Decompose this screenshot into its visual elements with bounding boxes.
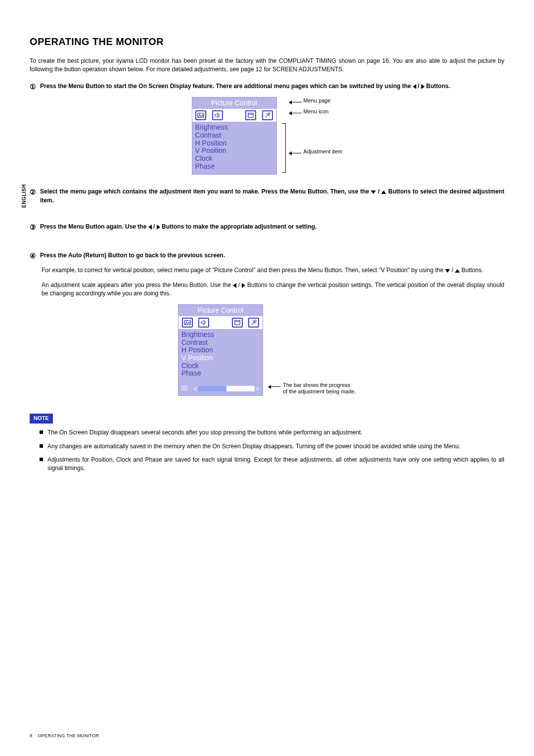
- osd-panel: Picture Control Brightness Contrast H Po…: [178, 304, 263, 396]
- osd-item: Clock: [195, 155, 273, 163]
- step-3-number: ③: [30, 223, 36, 232]
- audio-icon: [198, 318, 209, 328]
- osd-figure-2: Picture Control Brightness Contrast H Po…: [30, 304, 504, 396]
- example-p1-mid: /: [450, 267, 455, 274]
- example-p1-post: Buttons.: [460, 267, 483, 274]
- osd-item: Contrast: [181, 339, 260, 347]
- window-icon: [232, 318, 243, 328]
- down-chevron-icon: [371, 190, 376, 194]
- osd-item: Contrast: [195, 132, 273, 140]
- example-p2: An adjustment scale appears after you pr…: [42, 281, 504, 298]
- anno-bar-line1: The bar shows the progress: [283, 382, 350, 388]
- step-2-mid: /: [376, 188, 381, 195]
- osd-item: Phase: [195, 163, 273, 171]
- osd-item: Clock: [181, 362, 260, 370]
- anno-menu-icon: Menu icon: [304, 108, 329, 115]
- svg-rect-7: [234, 321, 240, 325]
- osd-item: H Position: [181, 346, 260, 354]
- notes-list: The On Screen Display disappears several…: [40, 428, 504, 473]
- note-item: The On Screen Display disappears several…: [40, 428, 504, 437]
- osd-item: V Position: [195, 147, 273, 155]
- step-2-text: Select the menu page which contains the …: [40, 188, 504, 205]
- osd-items: Brightness Contrast H Position V Positio…: [192, 122, 276, 174]
- step-2-pre: Select the menu page which contains the …: [40, 188, 371, 195]
- step-3-mid: /: [152, 223, 157, 230]
- intro-paragraph: To create the best picture, your iiyama …: [30, 57, 504, 74]
- step-2: ② Select the menu page which contains th…: [30, 188, 504, 205]
- arrow-left-icon: [289, 149, 302, 154]
- picture-icon: [182, 318, 193, 328]
- arrow-left-icon: [289, 109, 302, 114]
- step-3-pre: Press the Menu Button again. Use the: [40, 223, 148, 230]
- step-2-number: ②: [30, 188, 36, 205]
- note-item: Adjustments for Position, Clock and Phas…: [40, 456, 504, 473]
- page-title: OPERATING THE MONITOR: [30, 35, 504, 49]
- example-p1-pre: For example, to correct for vertical pos…: [42, 267, 445, 274]
- step-1-post: Buttons.: [425, 83, 450, 90]
- osd-title: Picture Control: [192, 97, 276, 109]
- osd-item: Brightness: [195, 124, 273, 132]
- svg-point-6: [185, 321, 186, 322]
- osd-icon-row: [178, 316, 263, 329]
- osd-item-selected: V Position: [181, 354, 260, 362]
- right-chevron-icon: [421, 84, 425, 89]
- osd-icon-row: [192, 109, 276, 122]
- anno-adjustment-item: Adjustment item: [304, 148, 343, 155]
- svg-point-9: [255, 320, 257, 322]
- note-item: Any changes are automatically saved in t…: [40, 442, 504, 451]
- osd-progress-fill: [198, 386, 226, 391]
- up-chevron-icon: [455, 269, 460, 273]
- osd-title: Picture Control: [178, 305, 263, 316]
- step-4: ④ Press the Auto (Return) Button to go b…: [30, 251, 504, 260]
- osd-items: Brightness Contrast H Position V Positio…: [178, 329, 263, 381]
- picture-icon: [195, 110, 206, 120]
- language-side-label: ENGLISH: [21, 184, 28, 208]
- svg-point-4: [268, 113, 270, 115]
- step-1-number: ①: [30, 82, 36, 91]
- down-chevron-icon: [445, 269, 450, 273]
- audio-icon: [212, 110, 223, 120]
- tools-icon: [262, 110, 273, 120]
- left-chevron-icon: [413, 84, 416, 89]
- anno-bar-line2: of the adjustment being made.: [283, 388, 356, 394]
- step-3-post: Buttons to make the appropriate adjustme…: [160, 223, 317, 230]
- osd-progress-value: 50: [181, 384, 191, 393]
- step-4-number: ④: [30, 251, 36, 260]
- step-1: ① Press the Menu Button to start the On …: [30, 82, 504, 91]
- step-3-text: Press the Menu Button again. Use the / B…: [40, 223, 504, 232]
- anno-menu-page: Menu page: [304, 97, 331, 104]
- up-chevron-icon: [381, 190, 386, 194]
- example-p1: For example, to correct for vertical pos…: [42, 266, 504, 275]
- arrow-left-icon: [289, 98, 302, 103]
- osd-item: H Position: [195, 140, 273, 147]
- svg-point-1: [199, 114, 200, 115]
- decrease-triangle-icon: [193, 386, 196, 391]
- osd-progress-row: 50: [178, 381, 263, 395]
- osd-figure-1: Picture Control Brightness Contrast H Po…: [30, 97, 504, 175]
- osd-item: Phase: [181, 370, 260, 378]
- step-1-mid: /: [416, 83, 421, 90]
- note-badge: NOTE: [30, 414, 53, 424]
- example-p2-mid: /: [236, 282, 242, 288]
- left-chevron-icon: [148, 225, 152, 230]
- right-chevron-icon: [157, 225, 160, 230]
- increase-triangle-icon: [257, 386, 260, 391]
- step-1-pre: Press the Menu Button to start the On Sc…: [40, 83, 413, 90]
- example-p2-pre: An adjustment scale appears after you pr…: [42, 282, 233, 288]
- svg-rect-2: [248, 113, 254, 118]
- step-4-text: Press the Auto (Return) Button to go bac…: [40, 251, 504, 260]
- left-chevron-icon: [233, 283, 236, 288]
- osd-progress-bar: [198, 386, 255, 391]
- step-3: ③ Press the Menu Button again. Use the /…: [30, 223, 504, 232]
- arrow-left-icon: [268, 383, 281, 388]
- step-1-text: Press the Menu Button to start the On Sc…: [40, 82, 504, 91]
- window-icon: [245, 110, 256, 120]
- osd-panel: Picture Control Brightness Contrast H Po…: [192, 97, 277, 175]
- brace-icon: [282, 123, 286, 173]
- tools-icon: [248, 318, 259, 328]
- osd-item: Brightness: [181, 331, 260, 339]
